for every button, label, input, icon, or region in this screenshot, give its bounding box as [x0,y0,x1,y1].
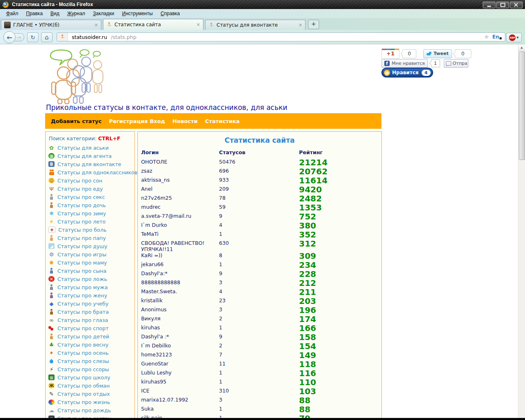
reload-button[interactable]: ↻ [27,32,39,42]
tab-close-icon[interactable]: ✕ [196,22,200,27]
category-item[interactable]: ◢ Статусы про душу [48,242,133,250]
category-link[interactable]: Статусы про весну [57,342,108,348]
google-plusone-button[interactable]: +1 [381,48,399,59]
site-nav-link[interactable]: Регистрация Вход [109,118,165,124]
menu-item[interactable]: Журнал [64,10,89,17]
category-item[interactable]: ✕ Статусы про ложь [48,275,133,283]
category-item[interactable]: ❄ Статусы про зиму [48,209,133,217]
adblock-button[interactable]: ABP ▼ [506,33,522,42]
category-item[interactable]: Статусы про папу [48,234,133,242]
category-link[interactable]: Статусы для аськи [57,145,109,151]
category-item[interactable]: Статусы про брата [48,308,133,316]
category-item[interactable]: Статусы про детей [48,332,133,340]
tab-close-icon[interactable]: ✕ [94,23,98,28]
category-link[interactable]: Статусы для агента [57,153,112,159]
category-link[interactable]: Статусы про брата [57,309,109,315]
url-bar[interactable]: statusoider.ru/stats.php ★ En [57,32,505,41]
back-button[interactable]: ← [3,31,16,43]
category-item[interactable]: Статусы про мужа [48,283,133,291]
category-item[interactable]: ☀ Статусы про лето [48,217,133,226]
category-item[interactable]: Статусы про жизнь [48,398,133,406]
category-link[interactable]: Статусы про маму [57,260,107,266]
category-item[interactable]: Статусы про слезы [48,357,133,365]
category-link[interactable]: Статусы про сон [57,178,103,184]
facebook-send-button[interactable]: Отпра [444,59,468,68]
category-link[interactable]: Статусы про лето [57,219,105,225]
category-item[interactable]: Ж Статусы про обман [48,381,133,390]
category-item[interactable]: Статусы про спорт [48,324,133,332]
site-nav-link[interactable]: Статистика [205,118,240,124]
category-item[interactable]: ✶ Статусы про осень [48,349,133,357]
facebook-like-button[interactable]: fМне нравится [381,59,428,68]
category-item[interactable]: ⚙ Статусы про игры [48,250,133,258]
category-item[interactable]: ▦ Статусы про школу [48,373,133,381]
scroll-up-icon[interactable]: ▲ [518,44,525,51]
category-link[interactable]: Статусы для вконтакте [57,161,121,167]
category-link[interactable]: Статусы про обман [57,383,110,389]
category-item[interactable]: ✎ Статусы про отдых [48,390,133,398]
category-link[interactable]: Статусы про спорт [57,325,109,331]
category-item[interactable]: Статусы про сына [48,267,133,275]
bookmark-star-icon[interactable]: ★ [484,34,489,40]
category-item[interactable]: ♣ Статусы про весну [48,340,133,349]
home-button[interactable]: ⌂ [41,32,52,42]
browser-tab[interactable]: ГЛАГНЕ • УПЧК(б) ✕ [1,20,101,30]
category-link[interactable]: Статусы про учебу [57,301,108,307]
category-link[interactable]: Статусы про сына [57,268,106,274]
category-item[interactable]: @ Статусы для агента [48,152,133,160]
category-link[interactable]: Статусы про ссоры [57,366,109,372]
new-tab-button[interactable]: + [308,20,319,29]
category-link[interactable]: Статусы про игры [57,251,106,258]
site-nav-link[interactable]: Добавить статус [51,118,102,124]
category-link[interactable]: Статусы про боль [58,227,107,233]
category-link[interactable]: Статусы про детей [57,333,109,340]
category-item[interactable]: Статусы про жену [48,291,133,299]
category-item[interactable]: Статусы про секс [48,193,133,201]
category-link[interactable]: Статусы про жизнь [57,399,110,405]
maximize-button[interactable] [496,2,509,8]
category-item[interactable]: Статусы про дочь [48,201,133,209]
site-nav-link[interactable]: Новости [173,118,198,124]
tweet-button[interactable]: Tweet [423,49,452,58]
category-link[interactable]: Статусы про жену [57,292,107,299]
menu-item[interactable]: Правка [23,10,47,17]
category-item[interactable]: ⚡ Статусы про ссоры [48,365,133,373]
browser-tab[interactable]: Статусы для вконтакте ✕ [205,20,306,30]
mailru-like-button[interactable]: @Нравится4 [381,68,433,78]
browser-tab[interactable]: Статистика сайта ✕ [103,19,203,30]
category-link[interactable]: Статусы про мужа [57,284,108,290]
menu-item[interactable]: Инструменты [119,10,157,17]
tab-close-icon[interactable]: ✕ [299,23,302,28]
category-link[interactable]: Статусы про секс [57,194,105,200]
category-item[interactable]: ◆ Статусы про учебу [48,299,133,308]
menu-item[interactable]: Закладки [89,10,119,17]
category-item[interactable]: Ψ Статусы про еду [48,185,133,193]
category-link[interactable]: Статусы про зиму [57,210,106,217]
category-link[interactable]: Статусы про отдых [57,391,110,397]
category-link[interactable]: Статусы про еду [57,186,103,192]
category-link[interactable]: Статусы для одноклассников [57,169,137,176]
minimize-button[interactable] [483,2,495,8]
category-link[interactable]: Статусы про школу [57,374,110,381]
close-button[interactable] [510,2,523,8]
keyboard-layout-indicator[interactable]: En [492,34,502,40]
category-link[interactable]: Статусы про слезы [57,358,109,364]
category-item[interactable]: ☺ Статусы про сон [48,176,133,185]
category-link[interactable]: Статусы про осень [57,350,109,356]
menu-item[interactable]: Файл [2,10,23,17]
category-link[interactable]: Статусы про дочь [57,202,106,208]
category-item[interactable]: ✚ Статусы про боль [48,226,133,234]
category-item[interactable]: Статусы для одноклассников [48,168,133,176]
category-item[interactable]: ✿ Статусы для аськи [48,144,133,152]
scrollbar-thumb[interactable] [519,52,525,160]
category-link[interactable]: Статусы про глаза [57,317,108,323]
category-link[interactable]: Статусы про душу [57,243,107,249]
category-link[interactable]: Статусы про папу [57,235,106,241]
menu-item[interactable]: Справка [157,10,184,17]
category-item[interactable]: В Статусы для вконтакте [48,160,133,168]
menu-item[interactable]: Вид [47,10,64,17]
category-item[interactable]: ✺ Статусы про маму [48,258,133,267]
category-link[interactable]: Статусы про ложь [57,276,107,282]
page-scrollbar[interactable]: ▲ [518,44,525,420]
category-item[interactable]: ∞ Статусы про глаза [48,316,133,324]
